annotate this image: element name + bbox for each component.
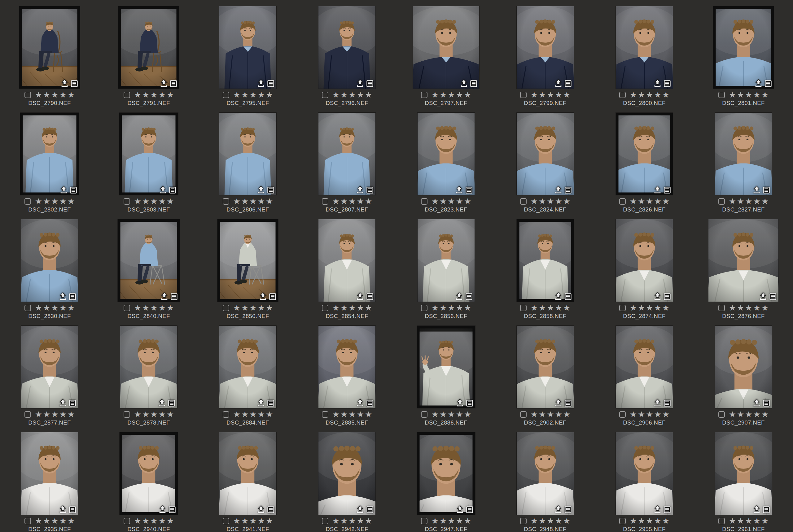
- star-icon[interactable]: ★: [51, 411, 58, 418]
- upload-icon[interactable]: [555, 399, 562, 406]
- star-icon[interactable]: ★: [432, 304, 439, 311]
- select-checkbox[interactable]: [223, 198, 229, 205]
- star-icon[interactable]: ★: [348, 304, 356, 311]
- photo-thumbnail[interactable]: [21, 326, 78, 408]
- metadata-list-icon[interactable]: [71, 80, 78, 87]
- select-checkbox[interactable]: [718, 198, 725, 205]
- upload-icon[interactable]: [555, 79, 562, 87]
- star-icon[interactable]: ★: [340, 91, 347, 98]
- star-icon[interactable]: ★: [357, 197, 364, 205]
- star-icon[interactable]: ★: [258, 304, 265, 311]
- select-checkbox[interactable]: [24, 305, 31, 311]
- metadata-list-icon[interactable]: [69, 400, 76, 406]
- upload-icon[interactable]: [456, 292, 463, 300]
- star-icon[interactable]: ★: [68, 411, 75, 418]
- star-icon[interactable]: ★: [729, 304, 736, 311]
- metadata-list-icon[interactable]: [664, 400, 671, 406]
- star-icon[interactable]: ★: [258, 517, 265, 525]
- upload-icon[interactable]: [357, 186, 364, 193]
- star-icon[interactable]: ★: [365, 197, 372, 205]
- star-icon[interactable]: ★: [662, 411, 669, 418]
- select-checkbox[interactable]: [24, 518, 31, 524]
- star-icon[interactable]: ★: [745, 304, 752, 311]
- star-icon[interactable]: ★: [737, 304, 744, 311]
- star-icon[interactable]: ★: [456, 304, 463, 311]
- star-icon[interactable]: ★: [134, 517, 141, 525]
- star-icon[interactable]: ★: [51, 91, 58, 98]
- star-icon[interactable]: ★: [456, 517, 463, 525]
- metadata-list-icon[interactable]: [69, 506, 76, 513]
- photo-thumbnail[interactable]: [318, 326, 375, 408]
- star-icon[interactable]: ★: [563, 517, 570, 525]
- select-checkbox[interactable]: [421, 92, 428, 98]
- select-checkbox[interactable]: [322, 198, 328, 205]
- photo-thumbnail[interactable]: [616, 113, 673, 195]
- star-icon[interactable]: ★: [150, 411, 157, 418]
- star-icon[interactable]: ★: [439, 304, 447, 311]
- photo-thumbnail[interactable]: [715, 113, 772, 195]
- star-icon[interactable]: ★: [638, 517, 645, 525]
- photo-thumbnail[interactable]: [517, 6, 574, 89]
- star-icon[interactable]: ★: [134, 197, 141, 205]
- metadata-list-icon[interactable]: [169, 187, 176, 193]
- star-icon[interactable]: ★: [531, 411, 538, 418]
- upload-icon[interactable]: [654, 399, 661, 406]
- metadata-list-icon[interactable]: [763, 187, 770, 193]
- star-icon[interactable]: ★: [539, 517, 546, 525]
- upload-icon[interactable]: [59, 292, 66, 300]
- star-icon[interactable]: ★: [539, 411, 546, 418]
- photo-thumbnail[interactable]: [413, 6, 479, 89]
- upload-icon[interactable]: [759, 292, 767, 300]
- star-icon[interactable]: ★: [531, 304, 538, 311]
- select-checkbox[interactable]: [124, 92, 130, 98]
- select-checkbox[interactable]: [421, 411, 428, 418]
- star-icon[interactable]: ★: [357, 304, 364, 311]
- star-icon[interactable]: ★: [348, 517, 356, 525]
- upload-icon[interactable]: [555, 506, 562, 513]
- photo-thumbnail[interactable]: [118, 219, 180, 302]
- metadata-list-icon[interactable]: [565, 80, 571, 87]
- star-icon[interactable]: ★: [456, 197, 463, 205]
- star-icon[interactable]: ★: [59, 197, 67, 205]
- metadata-list-icon[interactable]: [664, 80, 671, 87]
- star-icon[interactable]: ★: [266, 197, 273, 205]
- upload-icon[interactable]: [357, 292, 364, 300]
- star-icon[interactable]: ★: [249, 304, 257, 311]
- upload-icon[interactable]: [60, 186, 67, 193]
- star-icon[interactable]: ★: [729, 91, 736, 98]
- star-icon[interactable]: ★: [357, 91, 364, 98]
- star-icon[interactable]: ★: [654, 304, 661, 311]
- metadata-list-icon[interactable]: [168, 400, 175, 406]
- select-checkbox[interactable]: [24, 92, 31, 98]
- select-checkbox[interactable]: [322, 305, 328, 311]
- star-icon[interactable]: ★: [745, 197, 752, 205]
- star-icon[interactable]: ★: [333, 304, 340, 311]
- star-icon[interactable]: ★: [439, 411, 447, 418]
- upload-icon[interactable]: [357, 399, 364, 406]
- star-icon[interactable]: ★: [365, 517, 372, 525]
- photo-thumbnail[interactable]: [418, 113, 475, 195]
- select-checkbox[interactable]: [520, 198, 527, 205]
- star-icon[interactable]: ★: [753, 91, 760, 98]
- upload-icon[interactable]: [357, 506, 364, 513]
- photo-thumbnail[interactable]: [219, 326, 276, 408]
- select-checkbox[interactable]: [124, 305, 130, 311]
- select-checkbox[interactable]: [322, 92, 328, 98]
- star-icon[interactable]: ★: [35, 304, 42, 311]
- star-icon[interactable]: ★: [638, 304, 645, 311]
- star-icon[interactable]: ★: [340, 517, 347, 525]
- star-icon[interactable]: ★: [646, 91, 653, 98]
- metadata-list-icon[interactable]: [565, 187, 571, 193]
- star-icon[interactable]: ★: [753, 304, 760, 311]
- star-icon[interactable]: ★: [753, 411, 760, 418]
- select-checkbox[interactable]: [619, 92, 626, 98]
- star-icon[interactable]: ★: [241, 91, 248, 98]
- metadata-list-icon[interactable]: [170, 80, 177, 87]
- star-icon[interactable]: ★: [241, 304, 248, 311]
- metadata-list-icon[interactable]: [267, 187, 274, 193]
- star-icon[interactable]: ★: [555, 91, 562, 98]
- metadata-list-icon[interactable]: [267, 80, 274, 87]
- star-icon[interactable]: ★: [142, 517, 149, 525]
- photo-thumbnail[interactable]: [517, 219, 574, 302]
- metadata-list-icon[interactable]: [366, 293, 373, 300]
